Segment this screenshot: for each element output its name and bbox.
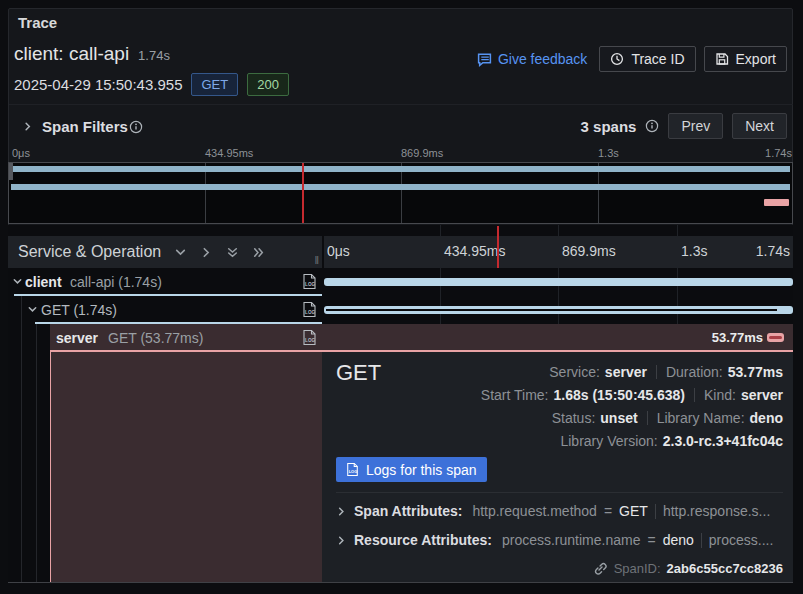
span-overview: Service: server Duration: 53.77ms Start … xyxy=(481,364,783,449)
column-resize-handle[interactable]: ‖ xyxy=(314,254,320,266)
minimap-tick-3: 1.3s xyxy=(598,147,619,159)
attribute-divider xyxy=(701,533,702,548)
give-feedback-link[interactable]: Give feedback xyxy=(477,51,588,67)
span-row-client[interactable]: client call-api (1.74s) LOG xyxy=(8,268,793,296)
svg-text:LOG: LOG xyxy=(305,338,315,343)
service-operation-header: Service & Operation ‖ xyxy=(8,236,322,268)
trace-name: client: call-api xyxy=(14,43,129,65)
status-value: unset xyxy=(600,410,637,426)
minimap-span-bar-get xyxy=(11,184,790,190)
span-row-server-selected[interactable]: server GET (53.77ms) LOG 53.77ms xyxy=(8,324,793,352)
trace-id-label: Trace ID xyxy=(631,51,684,67)
service-operation-label: Service & Operation xyxy=(18,243,161,261)
minimap-span-bar-server xyxy=(764,199,789,206)
library-version-value: 2.3.0-rc.3+41fc04c xyxy=(663,433,783,449)
library-name-value: deno xyxy=(750,410,783,426)
minimap-tick-2: 869.9ms xyxy=(401,147,443,159)
timeline-position-marker xyxy=(497,236,499,268)
trace-minimap[interactable] xyxy=(8,162,793,224)
save-icon xyxy=(715,52,729,66)
overview-line-3: Status: unset Library Name: deno xyxy=(552,410,783,426)
column-separator[interactable] xyxy=(322,236,324,268)
span-service-name: server xyxy=(56,330,98,346)
attribute-equals: = xyxy=(647,532,655,548)
minimap-gridline-50 xyxy=(401,163,402,223)
span-operation-name: call-api (1.74s) xyxy=(70,274,162,290)
field-divider xyxy=(694,388,695,402)
span-bar-server[interactable] xyxy=(767,333,784,342)
field-divider xyxy=(647,411,648,425)
minimap-drag-handle[interactable] xyxy=(9,163,13,180)
span-id-label: SpanID: xyxy=(614,561,661,576)
span-bar-client[interactable] xyxy=(324,278,793,286)
duration-value: 53.77ms xyxy=(728,364,783,380)
chevron-right-icon[interactable] xyxy=(336,535,347,546)
row-collapse-icon[interactable] xyxy=(12,276,23,287)
start-time-value: 1.68s (15:50:45.638) xyxy=(553,387,685,403)
minimap-span-bar-client xyxy=(11,166,790,172)
attribute-key: http.request.method xyxy=(472,503,597,519)
table-tick-3: 1.3s xyxy=(681,243,707,259)
span-bar-stripe xyxy=(769,336,782,339)
attribute-truncated: process.... xyxy=(709,532,774,548)
service-value: server xyxy=(605,364,647,380)
comment-icon xyxy=(477,52,492,67)
indent-guide-1 xyxy=(21,296,22,582)
trace-title-row: client: call-api 1.74s xyxy=(14,43,170,65)
chevron-right-icon[interactable] xyxy=(200,246,213,259)
span-count-info-icon[interactable] xyxy=(645,119,659,133)
attribute-key: process.runtime.name xyxy=(502,532,641,548)
chevron-right-icon[interactable] xyxy=(336,506,347,517)
logs-button-label: Logs for this span xyxy=(366,462,477,478)
trace-duration: 1.74s xyxy=(138,48,170,63)
svg-text:LOG: LOG xyxy=(305,282,315,287)
library-version-label: Library Version: xyxy=(560,433,657,449)
table-tick-0: 0μs xyxy=(327,243,350,259)
trace-id-button[interactable]: Trace ID xyxy=(599,46,695,72)
attribute-value: deno xyxy=(663,532,694,548)
table-tick-2: 869.9ms xyxy=(562,243,616,259)
span-service-name: client xyxy=(25,274,62,290)
logs-for-span-button[interactable]: LOG Logs for this span xyxy=(336,457,487,482)
double-chevron-right-icon[interactable] xyxy=(252,246,265,259)
span-filters-label[interactable]: Span Filters xyxy=(42,118,128,135)
span-bar-get[interactable] xyxy=(324,306,793,314)
child-span-stripe xyxy=(326,309,777,311)
status-label: Status: xyxy=(552,410,596,426)
kind-label: Kind: xyxy=(704,387,736,403)
indent-guide-2 xyxy=(36,324,37,582)
export-label: Export xyxy=(736,51,776,67)
next-span-button[interactable]: Next xyxy=(732,113,787,139)
panel-bottom-border xyxy=(8,582,793,583)
attribute-truncated: http.response.s... xyxy=(663,503,770,519)
prev-span-button[interactable]: Prev xyxy=(668,113,723,139)
trace-meta-row: 2025-04-29 15:50:43.955 GET 200 xyxy=(14,72,289,96)
span-id-row: SpanID: 2ab6c55cc7cc8236 xyxy=(593,561,783,576)
span-row-get[interactable]: GET (1.74s) LOG xyxy=(8,296,793,324)
field-divider xyxy=(656,365,657,379)
resource-attributes-row[interactable]: Resource Attributes: process.runtime.nam… xyxy=(336,532,786,548)
service-label: Service: xyxy=(549,364,600,380)
copy-icon xyxy=(610,52,624,66)
status-code-badge: 200 xyxy=(247,73,289,96)
span-filters-info-icon[interactable] xyxy=(129,120,143,134)
row-collapse-icon[interactable] xyxy=(27,304,38,315)
export-button[interactable]: Export xyxy=(704,46,787,72)
attribute-value: GET xyxy=(619,503,648,519)
log-icon[interactable]: LOG xyxy=(302,329,317,346)
svg-text:LOG: LOG xyxy=(349,469,358,474)
span-table-header: Service & Operation ‖ xyxy=(8,236,793,268)
attribute-equals: = xyxy=(604,503,612,519)
log-icon[interactable]: LOG xyxy=(302,301,317,318)
link-icon[interactable] xyxy=(593,561,608,576)
selected-span-block xyxy=(50,352,322,582)
span-attributes-row[interactable]: Span Attributes: http.request.method = G… xyxy=(336,503,786,519)
resource-attributes-label: Resource Attributes: xyxy=(354,532,492,548)
log-icon[interactable]: LOG xyxy=(302,273,317,290)
kind-value: server xyxy=(741,387,783,403)
timeline-position-marker-strip xyxy=(497,226,499,236)
chevron-down-icon[interactable] xyxy=(174,246,187,259)
span-filters-expand-icon[interactable] xyxy=(22,121,33,132)
table-tick-4: 1.74s xyxy=(756,243,790,259)
double-chevron-down-icon[interactable] xyxy=(226,246,239,259)
